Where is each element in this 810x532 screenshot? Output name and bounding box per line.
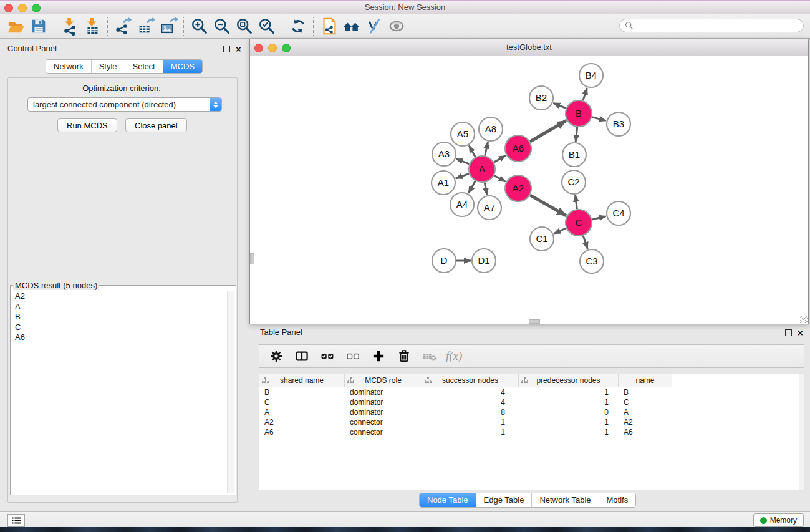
tab-select[interactable]: Select [125,60,163,73]
edge-A-A4[interactable] [468,181,475,193]
zoom-out-button[interactable] [211,16,233,37]
table-row-a6[interactable]: A6connector11A6 [259,427,804,437]
split-panel-button[interactable] [292,347,311,365]
hide-graphics-details-button[interactable] [363,16,385,37]
window-resize-grip[interactable] [800,316,808,323]
import-network-button[interactable] [59,16,81,37]
edge-A-A6[interactable] [494,155,506,162]
memory-status-icon [760,517,767,524]
edge-C-C3[interactable] [583,236,587,249]
edge-C-C2[interactable] [576,195,577,209]
cell-empty [672,387,804,397]
save-session-button[interactable] [27,16,50,37]
tab-network[interactable]: Network [46,60,92,73]
run-mcds-button[interactable]: Run MCDS [57,118,117,132]
edge-A-A2[interactable] [494,175,505,181]
edge-B-B1[interactable] [576,127,577,142]
refresh-button[interactable] [287,16,309,37]
table-row-c[interactable]: Cdominator41C [259,397,804,407]
export-network-button[interactable] [112,16,135,37]
column-header-MCDS-role[interactable]: MCDS role [345,374,422,387]
tab-mcds[interactable]: MCDS [163,60,202,73]
select-all-button[interactable] [318,347,337,365]
cell-empty [672,397,804,407]
edge-A-A3[interactable] [456,159,470,164]
table-scrollbar[interactable] [799,374,804,490]
cell: 1 [519,427,619,437]
tab-motifs[interactable]: Motifs [599,493,636,507]
edge-B-B4[interactable] [583,88,587,100]
open-session-button[interactable] [5,16,27,37]
function-icon: f(x) [446,349,462,363]
optimization-criterion-dropdown[interactable]: largest connected component (directed) [27,97,222,112]
table-settings-button[interactable] [267,347,286,365]
cell-empty [672,427,804,437]
edge-B-B2[interactable] [553,103,566,108]
import-table-icon [83,17,102,36]
tab-network-table[interactable]: Network Table [532,493,599,507]
zoom-selected-button[interactable] [256,16,278,37]
close-table-panel-icon[interactable]: × [798,330,803,336]
column-header-predecessor-nodes[interactable]: predecessor nodes [519,374,619,387]
edge-A6-B[interactable] [530,121,566,142]
task-history-button[interactable] [7,514,25,527]
result-list-scrollbar[interactable] [227,291,234,493]
tab-edge-table[interactable]: Edge Table [476,493,533,507]
new-network-from-selection-button[interactable] [318,16,340,37]
result-item-b[interactable]: B [12,312,234,322]
deselect-all-button[interactable] [344,347,362,365]
zoom-in-button[interactable] [188,16,211,37]
result-item-a6[interactable]: A6 [12,332,234,343]
edge-A2-C[interactable] [530,195,566,216]
canvas-horizontal-scroll-thumb[interactable] [529,319,540,324]
edge-A-A1[interactable] [456,173,470,178]
edge-B-B3[interactable] [592,117,605,121]
float-panel-icon[interactable] [223,46,230,52]
edge-C-C4[interactable] [592,216,605,220]
node-label-A2: A2 [513,183,524,193]
float-table-panel-icon[interactable] [785,329,792,336]
split-panel-icon [294,349,309,364]
result-item-a2[interactable]: A2 [12,291,234,302]
result-item-c[interactable]: C [12,322,234,333]
desktop-background [0,527,810,532]
export-image-button[interactable] [157,16,180,37]
delete-column-button[interactable] [395,347,413,365]
export-table-icon [137,17,155,36]
column-header-shared-name[interactable]: shared name [259,374,345,387]
node-label-B2: B2 [536,92,547,103]
cell-empty [672,407,804,417]
home-button[interactable] [340,16,363,37]
close-panel-icon[interactable]: × [236,46,241,52]
export-table-button[interactable] [135,16,157,37]
edge-C-C1[interactable] [554,228,566,234]
canvas-vertical-scroll-thumb[interactable] [250,253,254,264]
import-table-button[interactable] [81,16,104,37]
edge-A-A5[interactable] [469,145,475,157]
close-panel-button[interactable]: Close panel [125,118,187,132]
network-document-icon [320,17,339,36]
search-input[interactable] [636,21,803,31]
main-toolbar [0,14,810,39]
table-row-a[interactable]: Adominator80A [259,407,804,417]
result-item-a[interactable]: A [12,302,234,312]
table-row-a2[interactable]: A2connector11A2 [259,417,804,427]
tab-style[interactable]: Style [92,60,125,73]
tab-node-table[interactable]: Node Table [420,493,476,507]
network-window-titlebar[interactable]: testGlobe.txt [250,39,808,56]
table-row-b[interactable]: Bdominator41B [259,387,804,397]
edge-A-A8[interactable] [485,142,488,156]
cell: A6 [619,427,672,437]
zoom-fit-button[interactable] [233,16,256,37]
memory-button[interactable]: Memory [753,513,804,527]
trash-icon [397,349,412,364]
edge-A-A7[interactable] [485,183,487,195]
cell: 0 [519,407,619,417]
add-column-button[interactable] [369,347,388,365]
show-hide-button[interactable] [385,16,408,37]
column-header-successor-nodes[interactable]: successor nodes [422,374,519,387]
table-toolbar: f(x) [259,344,804,368]
network-canvas[interactable]: B4B2BB3A8A5A6A3B1AC2A1A2A4A7C4CC1DD1C3 [250,56,808,324]
column-header-name[interactable]: name [619,374,672,387]
zoom-out-icon [213,17,231,36]
